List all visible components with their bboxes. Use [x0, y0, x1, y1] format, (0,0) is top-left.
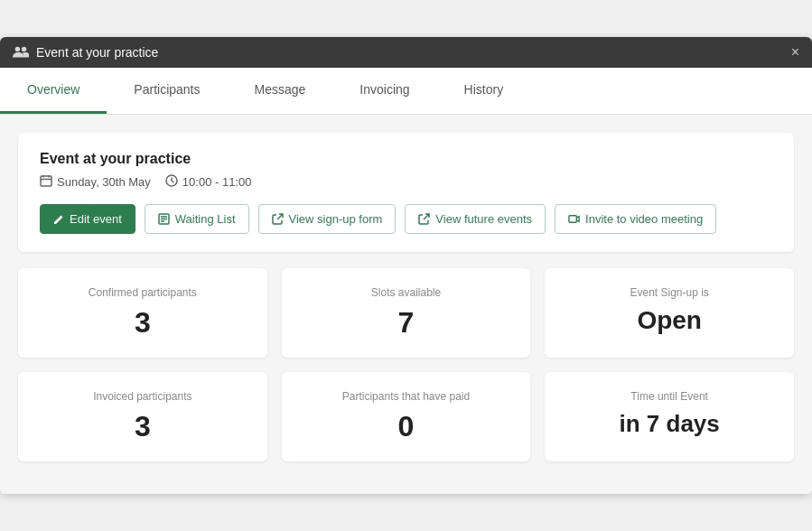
stat-paid-label: Participants that have paid — [300, 390, 513, 403]
calendar-icon — [40, 174, 52, 190]
stat-invoiced-value: 3 — [36, 410, 249, 443]
people-icon — [13, 44, 29, 61]
list-icon — [158, 213, 170, 225]
title-bar: Event at your practice × — [0, 37, 812, 68]
event-actions: Edit event Waiting List — [40, 204, 772, 234]
clock-icon — [165, 174, 178, 190]
stat-slots-value: 7 — [300, 306, 513, 340]
tab-overview[interactable]: Overview — [0, 68, 107, 114]
event-date-item: Sunday, 30th May — [40, 174, 151, 190]
view-future-events-button[interactable]: View future events — [405, 204, 546, 234]
stat-slots-label: Slots available — [300, 286, 513, 299]
stat-confirmed-participants: Confirmed participants 3 — [18, 268, 267, 358]
edit-event-button[interactable]: Edit event — [40, 204, 135, 234]
stats-grid-row2: Invoiced participants 3 Participants tha… — [18, 372, 794, 461]
stat-confirmed-label: Confirmed participants — [36, 286, 249, 299]
stat-time-until-event: Time until Event in 7 days — [545, 372, 794, 461]
tab-history[interactable]: History — [437, 68, 531, 114]
stat-confirmed-value: 3 — [36, 306, 249, 340]
svg-rect-0 — [41, 176, 51, 186]
stat-invoiced-participants: Invoiced participants 3 — [18, 372, 267, 461]
window-title: Event at your practice — [36, 45, 158, 60]
external-link-icon-2 — [418, 213, 430, 225]
external-link-icon — [272, 213, 284, 225]
main-content: Event at your practice Sunday, 30th May — [0, 115, 812, 494]
waiting-list-button[interactable]: Waiting List — [145, 204, 249, 234]
title-bar-left: Event at your practice — [13, 44, 158, 61]
event-card: Event at your practice Sunday, 30th May — [18, 133, 794, 252]
event-time-item: 10:00 - 11:00 — [165, 174, 252, 190]
stat-invoiced-label: Invoiced participants — [36, 390, 249, 403]
event-time: 10:00 - 11:00 — [182, 175, 252, 189]
stat-slots-available: Slots available 7 — [282, 268, 531, 358]
svg-line-9 — [277, 214, 283, 219]
event-date: Sunday, 30th May — [57, 175, 151, 189]
stat-time-value: in 7 days — [563, 410, 776, 438]
view-signup-form-button[interactable]: View sign-up form — [258, 204, 397, 234]
pencil-icon — [53, 214, 64, 225]
stat-participants-paid: Participants that have paid 0 — [282, 372, 531, 461]
app-window: Event at your practice × Overview Partic… — [0, 37, 812, 494]
svg-rect-11 — [569, 216, 576, 222]
stat-time-label: Time until Event — [563, 390, 776, 403]
close-button[interactable]: × — [791, 45, 799, 60]
tabs-bar: Overview Participants Message Invoicing … — [0, 68, 812, 115]
svg-line-10 — [424, 214, 429, 219]
stats-grid-row1: Confirmed participants 3 Slots available… — [18, 268, 794, 358]
stat-signup-label: Event Sign-up is — [563, 286, 776, 299]
stat-paid-value: 0 — [300, 410, 513, 443]
video-icon — [568, 213, 580, 225]
invite-video-meeting-button[interactable]: Invite to video meeting — [555, 204, 716, 234]
event-title: Event at your practice — [40, 151, 772, 167]
tab-message[interactable]: Message — [228, 68, 333, 114]
tab-invoicing[interactable]: Invoicing — [332, 68, 436, 114]
tab-participants[interactable]: Participants — [107, 68, 227, 114]
stat-event-signup: Event Sign-up is Open — [545, 268, 794, 358]
stat-signup-value: Open — [563, 306, 776, 335]
event-meta: Sunday, 30th May 10:00 - 11:00 — [40, 174, 772, 190]
